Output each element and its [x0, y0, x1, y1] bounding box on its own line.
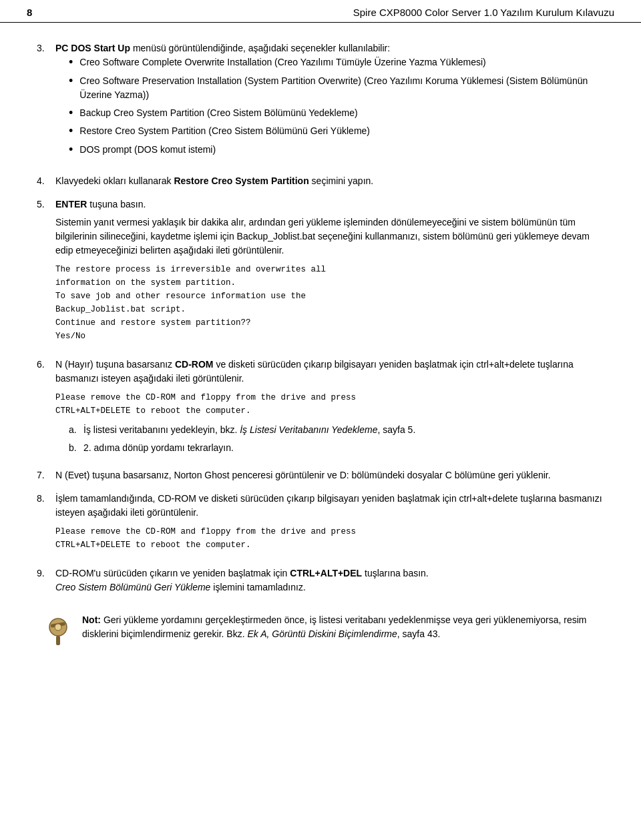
sub-item-b: b. 2. adıma dönüp yordamı tekrarlayın.: [69, 441, 604, 455]
step-6-number: 6.: [37, 358, 55, 459]
note-text: Not: Geri yükleme yordamını gerçekleştir…: [82, 613, 598, 641]
step-5-label-rest: tuşuna basın.: [87, 199, 146, 209]
step-4-text-before: Klavyedeki okları kullanarak: [55, 175, 174, 186]
step-9-italic: Creo Sistem Bölümünü Geri Yükleme: [55, 582, 210, 592]
svg-rect-1: [56, 636, 60, 645]
step-6-code: Please remove the CD-ROM and floppy from…: [55, 391, 604, 418]
list-item: Restore Creo System Partition (Creo Sist…: [69, 124, 604, 139]
svg-point-3: [55, 624, 61, 631]
step-5-enter: ENTER: [55, 199, 87, 209]
step-3-number: 3.: [37, 41, 55, 165]
step-5-text: ENTER tuşuna basın. Sistemin yanıt verme…: [55, 197, 604, 348]
sub-b-label: b.: [69, 441, 83, 455]
step-4: 4. Klavyedeki okları kullanarak Restore …: [37, 174, 604, 188]
step-5-code: The restore process is irreversible and …: [55, 263, 604, 343]
step-7-number: 7.: [37, 468, 55, 482]
sub-b-text: 2. adıma dönüp yordamı tekrarlayın.: [83, 441, 234, 455]
note-label: Not:: [82, 614, 101, 625]
step-6-text: N (Hayır) tuşuna basarsanız CD-ROM ve di…: [55, 358, 604, 459]
pushpin-icon: [45, 614, 71, 649]
header-title: Spire CXP8000 Color Server 1.0 Yazılım K…: [353, 7, 614, 18]
list-item: DOS prompt (DOS komut istemi): [69, 143, 604, 157]
step-6-sub-list: a. İş listesi veritabanını yedekleyin, b…: [69, 423, 604, 455]
step-6: 6. N (Hayır) tuşuna basarsanız CD-ROM ve…: [37, 358, 604, 459]
step-9-strong: CTRL+ALT+DEL: [290, 568, 362, 578]
page: 8 Spire CXP8000 Color Server 1.0 Yazılım…: [0, 0, 641, 840]
step-8-text: İşlem tamamlandığında, CD-ROM ve disketi…: [55, 492, 604, 557]
step-5-label: ENTER tuşuna basın.: [55, 197, 604, 212]
step-3-label-rest: menüsü görüntülendiğinde, aşağıdaki seçe…: [130, 43, 390, 53]
step-4-text2: seçimini yapın.: [309, 175, 373, 186]
step-9-text-before: CD-ROM'u sürücüden çıkarın ve yeniden ba…: [55, 568, 290, 578]
list-item: Creo Software Complete Overwrite Install…: [69, 55, 604, 70]
step-9-italic-rest: işlemini tamamladınız.: [210, 582, 305, 592]
step-5-number: 5.: [37, 197, 55, 348]
list-item: Backup Creo System Partition (Creo Siste…: [69, 106, 604, 121]
note-italic: Ek A, Görüntü Diskini Biçimlendirme: [247, 628, 397, 639]
step-9-number: 9.: [37, 566, 55, 594]
step-8-para: İşlem tamamlandığında, CD-ROM ve disketi…: [55, 492, 604, 520]
step-4-number: 4.: [37, 174, 55, 188]
step-4-strong: Restore Creo System Partition: [174, 175, 308, 186]
step-6-strong: CD-ROM: [175, 359, 214, 370]
sub-a-label: a.: [69, 423, 83, 437]
note-box: Not: Geri yükleme yordamını gerçekleştir…: [37, 606, 604, 656]
step-9-text2: tuşlarına basın.: [362, 568, 429, 578]
page-content: 3. PC DOS Start Up menüsü görüntülendiği…: [0, 23, 641, 840]
step-3-text: PC DOS Start Up menüsü görüntülendiğinde…: [55, 41, 604, 165]
step-3-label-strong: PC DOS Start Up: [55, 43, 130, 53]
step-7: 7. N (Evet) tuşuna basarsanız, Norton Gh…: [37, 468, 604, 482]
step-4-text: Klavyedeki okları kullanarak Restore Cre…: [55, 174, 604, 188]
step-5: 5. ENTER tuşuna basın. Sistemin yanıt ve…: [37, 197, 604, 348]
step-6-text-before: N (Hayır) tuşuna basarsanız: [55, 359, 175, 370]
list-item: Creo Software Preservation Installation …: [69, 74, 604, 102]
step-9: 9. CD-ROM'u sürücüden çıkarın ve yeniden…: [37, 566, 604, 594]
step-6-para: N (Hayır) tuşuna basarsanız CD-ROM ve di…: [55, 358, 604, 386]
step-8: 8. İşlem tamamlandığında, CD-ROM ve disk…: [37, 492, 604, 557]
sub-a-text: İş listesi veritabanını yedekleyin, bkz.…: [83, 423, 415, 437]
step-9-text: CD-ROM'u sürücüden çıkarın ve yeniden ba…: [55, 566, 604, 594]
note-text2: , sayfa 43.: [397, 628, 441, 639]
sub-item-a: a. İş listesi veritabanını yedekleyin, b…: [69, 423, 604, 437]
step-5-para1: Sistemin yanıt vermesi yaklaşık bir daki…: [55, 216, 604, 258]
options-list: Creo Software Complete Overwrite Install…: [69, 55, 604, 157]
page-header: 8 Spire CXP8000 Color Server 1.0 Yazılım…: [0, 0, 641, 23]
step-8-code: Please remove the CD-ROM and floppy from…: [55, 525, 604, 552]
step-8-number: 8.: [37, 492, 55, 557]
step-3: 3. PC DOS Start Up menüsü görüntülendiği…: [37, 41, 604, 165]
step-7-text: N (Evet) tuşuna basarsanız, Norton Ghost…: [55, 468, 604, 482]
note-icon: [43, 613, 73, 649]
page-number: 8: [27, 7, 32, 18]
